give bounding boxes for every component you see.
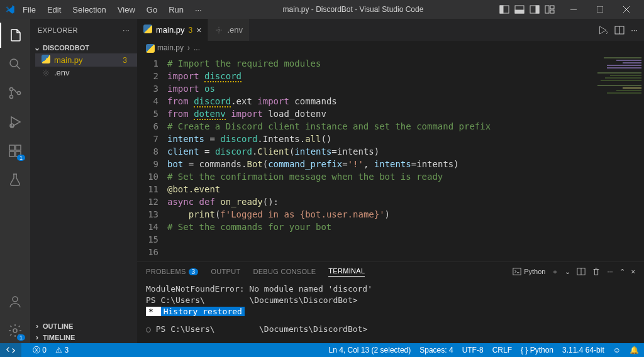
terminal-shell-select[interactable]: Python — [513, 267, 545, 276]
file-label: .env — [54, 68, 70, 77]
activity-settings[interactable]: 1 — [0, 318, 30, 343]
maximize-button[interactable] — [587, 0, 613, 19]
status-bell-icon[interactable]: 🔔 — [630, 346, 639, 354]
close-button[interactable] — [614, 0, 639, 19]
svg-point-26 — [218, 29, 221, 31]
gear-icon — [42, 69, 50, 77]
python-file-icon — [42, 55, 50, 65]
project-root[interactable]: ⌄ DISCORDBOT — [30, 42, 137, 53]
svg-point-13 — [10, 59, 18, 67]
customize-layout-icon[interactable] — [545, 4, 555, 14]
activity-bar: 1 1 — [0, 19, 30, 343]
tab-env[interactable]: .env — [208, 19, 250, 41]
minimap[interactable] — [594, 55, 644, 261]
status-warnings[interactable]: ⚠ 3 — [55, 346, 69, 354]
panel-tabs: PROBLEMS3 OUTPUT DEBUG CONSOLE TERMINAL … — [137, 262, 644, 281]
svg-line-14 — [17, 66, 21, 70]
gear-icon — [214, 26, 223, 35]
split-terminal-icon[interactable] — [577, 267, 586, 276]
chevron-down-icon: ⌄ — [33, 43, 42, 52]
activity-account[interactable] — [0, 289, 30, 314]
svg-point-24 — [13, 329, 17, 332]
tab-label: .env — [227, 25, 243, 35]
chevron-right-icon: › — [33, 333, 42, 342]
svg-rect-6 — [545, 6, 549, 13]
terminal[interactable]: ModuleNotFoundError: No module named 'di… — [137, 281, 644, 343]
run-icon[interactable] — [597, 25, 608, 36]
menu-selection[interactable]: Selection — [67, 3, 111, 17]
activity-search[interactable] — [0, 52, 30, 77]
activity-testing[interactable] — [0, 167, 30, 192]
svg-rect-7 — [550, 6, 554, 9]
editor-area: main.py 3 × .env ··· main.py › ... 12345… — [137, 19, 644, 343]
svg-point-23 — [13, 297, 18, 302]
maximize-panel-icon[interactable]: ⌃ — [619, 268, 625, 276]
panel-tab-problems[interactable]: PROBLEMS3 — [146, 268, 198, 275]
code-content[interactable]: # Import the required modulesimport disc… — [167, 55, 594, 261]
menu-more[interactable]: ··· — [190, 3, 207, 17]
terminal-line: PS C:\Users\ \Documents\DiscordBot> — [146, 295, 635, 306]
new-terminal-icon[interactable]: ＋ — [552, 267, 558, 277]
status-feedback-icon[interactable]: ☺ — [613, 346, 621, 354]
file-main-py[interactable]: main.py 3 — [35, 53, 137, 67]
file-warning-count: 3 — [123, 56, 127, 65]
close-icon[interactable]: × — [196, 25, 201, 35]
svg-rect-10 — [597, 6, 603, 13]
remote-button[interactable] — [0, 343, 21, 357]
file-label: main.py — [54, 55, 83, 65]
toggle-panel-right-icon[interactable] — [530, 4, 540, 14]
panel-tab-output[interactable]: OUTPUT — [211, 268, 240, 275]
panel-tab-debug[interactable]: DEBUG CONSOLE — [253, 268, 316, 275]
status-cursor[interactable]: Ln 4, Col 13 (2 selected) — [329, 346, 411, 354]
activity-explorer[interactable] — [0, 23, 30, 48]
status-language[interactable]: { } Python — [521, 346, 553, 354]
window-title: main.py - DiscordBot - Visual Studio Cod… — [207, 5, 499, 14]
menu-file[interactable]: File — [18, 3, 41, 17]
terminal-line: ○ PS C:\Users\ \Documents\DiscordBot> — [146, 324, 635, 335]
statusbar: ⓧ 0 ⚠ 3 Ln 4, Col 13 (2 selected) Spaces… — [0, 343, 644, 357]
svg-point-15 — [10, 88, 13, 91]
close-panel-icon[interactable]: × — [631, 268, 635, 275]
tab-warning-count: 3 — [189, 26, 193, 35]
svg-rect-3 — [515, 10, 524, 13]
breadcrumb-more: ... — [194, 43, 200, 52]
svg-rect-19 — [9, 145, 14, 150]
svg-point-25 — [45, 72, 47, 74]
toggle-panel-bottom-icon[interactable] — [514, 4, 525, 14]
breadcrumb[interactable]: main.py › ... — [137, 41, 644, 55]
minimize-button[interactable] — [561, 0, 586, 19]
panel-tab-terminal[interactable]: TERMINAL — [328, 267, 365, 277]
status-errors[interactable]: ⓧ 0 — [33, 345, 47, 356]
activity-extensions[interactable]: 1 — [0, 138, 30, 163]
activity-debug[interactable] — [0, 109, 30, 135]
toggle-panel-left-icon[interactable] — [499, 4, 509, 14]
code-editor[interactable]: 12345678910111213141516 # Import the req… — [137, 55, 644, 261]
activity-scm[interactable] — [0, 80, 30, 106]
trash-icon[interactable] — [592, 267, 601, 276]
menu-run[interactable]: Run — [164, 3, 189, 17]
menu-go[interactable]: Go — [142, 3, 162, 17]
terminal-line: ModuleNotFoundError: No module named 'di… — [146, 283, 635, 295]
file-env[interactable]: .env — [35, 67, 137, 79]
outline-section[interactable]: ›OUTLINE — [30, 321, 137, 332]
menu-edit[interactable]: Edit — [42, 3, 66, 17]
tab-main-py[interactable]: main.py 3 × — [137, 19, 208, 41]
split-editor-icon[interactable] — [614, 25, 625, 35]
project-name: DISCORDBOT — [43, 44, 89, 52]
more-icon[interactable]: ··· — [631, 25, 638, 35]
status-spaces[interactable]: Spaces: 4 — [419, 346, 453, 354]
vscode-logo-icon — [5, 4, 15, 14]
svg-rect-8 — [550, 10, 554, 13]
status-eol[interactable]: CRLF — [492, 346, 512, 354]
panel-more-icon[interactable]: ··· — [607, 268, 613, 275]
status-interpreter[interactable]: 3.11.4 64-bit — [562, 346, 604, 354]
status-encoding[interactable]: UTF-8 — [462, 346, 484, 354]
tab-actions: ··· — [597, 19, 644, 41]
terminal-dropdown-icon[interactable]: ⌄ — [565, 268, 570, 276]
bottom-panel: PROBLEMS3 OUTPUT DEBUG CONSOLE TERMINAL … — [137, 261, 644, 343]
menu-view[interactable]: View — [113, 3, 140, 17]
timeline-section[interactable]: ›TIMELINE — [30, 332, 137, 343]
explorer-more-icon[interactable]: ··· — [123, 26, 130, 34]
svg-point-16 — [10, 96, 13, 99]
terminal-line: * History restored — [146, 306, 635, 317]
